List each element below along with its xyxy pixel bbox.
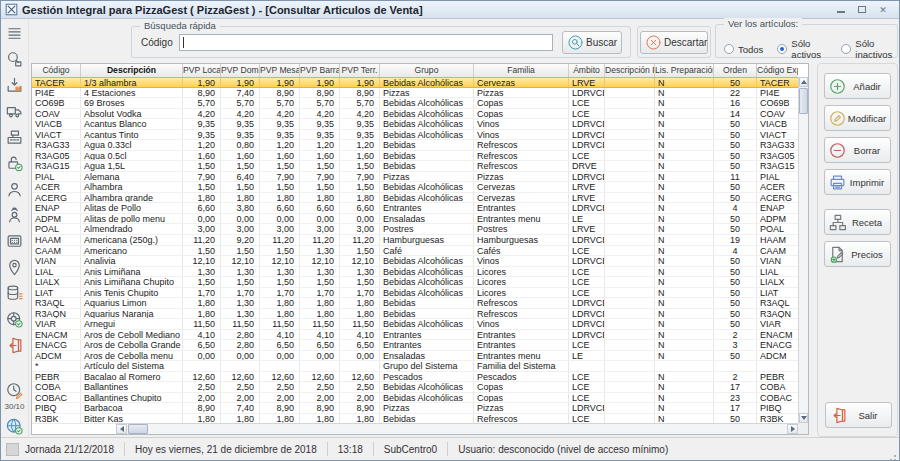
column-header[interactable]: Descripción PDA — [605, 64, 655, 77]
column-header[interactable]: PVP Dom. — [221, 64, 260, 77]
scroll-down-icon[interactable] — [799, 413, 808, 423]
table-row[interactable]: VIACTAcantus Tinto9,359,359,359,359,35Be… — [32, 130, 798, 141]
table-row[interactable]: POALAlmendrado3,003,003,003,003,00Postre… — [32, 224, 798, 235]
table-row[interactable]: R3AG33Agua 0.33cl1,200,801,201,201,20Beb… — [32, 140, 798, 151]
table-row[interactable]: R3AG05Agua 0.5cl1,601,601,601,601,60Bebi… — [32, 151, 798, 162]
column-header[interactable]: Descripción — [81, 64, 183, 77]
column-header[interactable]: Código — [32, 64, 81, 77]
security-lock-icon[interactable] — [4, 153, 25, 174]
radio-icon[interactable] — [724, 44, 734, 54]
table-cell: LRVE — [569, 182, 605, 192]
table-row[interactable]: R3AQLAquarius Limon1,801,301,801,801,80B… — [32, 298, 798, 309]
prices-button[interactable]: Precios — [824, 241, 891, 267]
cash-register-icon[interactable] — [4, 127, 25, 148]
online-globe-icon[interactable] — [4, 416, 25, 437]
delivery-truck-icon[interactable] — [4, 101, 25, 122]
column-header[interactable]: PVP Local — [183, 64, 221, 77]
table-row[interactable]: CO69B69 Broses5,705,705,705,705,70Bebida… — [32, 98, 798, 109]
table-row[interactable]: CAAMAmericano1,501,501,501,301,50CaféCaf… — [32, 246, 798, 257]
table-cell: 0,00 — [183, 351, 221, 361]
database-icon[interactable] — [4, 283, 25, 304]
table-row[interactable]: COBACBallantines Chupito2,002,002,002,00… — [32, 393, 798, 404]
table-row[interactable]: ENAPAlitas de Pollo6,603,806,606,606,60E… — [32, 203, 798, 214]
table-row[interactable]: PIBQBarbacoa8,907,408,908,908,90PizzasPi… — [32, 403, 798, 414]
table-cell: 11,20 — [340, 235, 380, 245]
table-cell — [605, 246, 655, 256]
radio-icon[interactable] — [841, 44, 851, 54]
column-header[interactable]: Grupo — [380, 64, 474, 77]
minimize-icon[interactable] — [835, 4, 847, 15]
network-status-icon[interactable] — [4, 309, 25, 330]
import-goods-icon[interactable] — [4, 75, 25, 96]
table-row[interactable]: R3BKBitter Kas1,801,801,801,801,80Bebida… — [32, 414, 798, 423]
table-row[interactable]: ENACGAros de Cebolla Grande6,502,806,506… — [32, 340, 798, 351]
fingerprint-access-icon[interactable] — [4, 205, 25, 226]
recipe-button[interactable]: Receta — [824, 209, 891, 235]
table-row[interactable]: VIANAnalivia12,1012,1012,1012,1012,10Beb… — [32, 256, 798, 267]
table-cell: Pizzas — [380, 172, 474, 182]
table-row[interactable]: R3AG15Agua 1,5L1,501,501,501,501,50Bebid… — [32, 161, 798, 172]
table-row[interactable]: ENACMAros de Ceboll Mediano4,102,804,104… — [32, 330, 798, 341]
menu-icon[interactable] — [4, 23, 25, 44]
table-row-selected[interactable]: TACER1/3 alhambra1,901,901,901,901,90Beb… — [32, 77, 798, 88]
table-row[interactable]: PEBRBacalao al Romero12,6012,6012,6012,6… — [32, 372, 798, 383]
delete-button[interactable]: Borrar — [824, 137, 891, 163]
pos-terminal-icon[interactable] — [4, 231, 25, 252]
table-row[interactable]: VIACBAcantus Blanco9,359,359,359,359,35B… — [32, 119, 798, 130]
table-row[interactable]: PIALAlemana7,906,407,907,907,90PizzasPiz… — [32, 172, 798, 183]
table-row[interactable]: COBABallantines2,502,502,502,502,50Bebid… — [32, 382, 798, 393]
column-header[interactable]: Familia — [474, 64, 569, 77]
descartar-button[interactable]: Descartar — [640, 31, 708, 54]
add-button[interactable]: Añadir — [824, 73, 891, 99]
print-button[interactable]: Imprimir — [824, 169, 891, 195]
scroll-right-icon[interactable] — [787, 424, 798, 434]
code-input[interactable] — [179, 34, 553, 51]
column-header[interactable]: Orden — [714, 64, 757, 77]
column-header[interactable]: PVP Barra — [300, 64, 340, 77]
maximize-icon[interactable] — [856, 4, 868, 15]
table-row[interactable]: *Artículo del SistemaGrupo del SistemaFa… — [32, 361, 798, 372]
table-cell: 8,90 — [183, 88, 221, 98]
work-clock-icon[interactable]: 30/10 — [4, 380, 25, 411]
radio-option-1[interactable]: Sólo activos — [777, 38, 827, 60]
scroll-left-icon[interactable] — [116, 424, 127, 434]
search-article-icon[interactable] — [4, 49, 25, 70]
table-row[interactable]: ACERAlhambra1,501,501,501,501,50Bebidas … — [32, 182, 798, 193]
horizontal-scroll-thumb[interactable] — [128, 424, 148, 434]
table-cell: LDRVCE — [569, 330, 605, 340]
horizontal-scrollbar[interactable] — [116, 423, 798, 434]
radio-selected-icon[interactable] — [777, 44, 787, 54]
store-location-icon[interactable] — [4, 257, 25, 278]
column-header[interactable]: Ámbito — [569, 64, 605, 77]
table-row[interactable]: R3AQNAquarius Naranja1,801,301,801,801,8… — [32, 309, 798, 320]
table-row[interactable]: ADCMAros de Cebolla menu0,000,000,000,00… — [32, 351, 798, 362]
session-exit-icon[interactable] — [4, 335, 25, 356]
column-header[interactable]: PVP Mesa — [260, 64, 300, 77]
customer-icon[interactable] — [4, 179, 25, 200]
radio-option-0[interactable]: Todos — [724, 44, 763, 55]
edit-button[interactable]: Modificar — [824, 105, 891, 131]
vertical-scrollbar[interactable] — [798, 77, 808, 423]
table-row[interactable]: LIALXAnis Limiñana Chupito1,501,501,501,… — [32, 277, 798, 288]
table-cell: Vinos — [474, 256, 569, 266]
radio-option-2[interactable]: Sólo inactivos — [841, 38, 897, 60]
table-row[interactable]: ADPMAlitas de pollo menu0,000,000,000,00… — [32, 214, 798, 225]
column-header[interactable]: Lis. Preparación — [655, 64, 714, 77]
column-header[interactable]: Código Exportación — [757, 64, 798, 77]
table-row[interactable]: ACERGAlhambra grande1,801,801,801,801,80… — [32, 193, 798, 204]
buscar-button[interactable]: Buscar — [562, 31, 622, 54]
table-row[interactable]: LIATAnis Tenis Chupito1,701,701,701,701,… — [32, 288, 798, 299]
column-header[interactable]: PVP Terr. — [340, 64, 380, 77]
table-row[interactable]: LIALAnis Limiñana1,301,301,301,301,30Beb… — [32, 267, 798, 278]
scroll-up-icon[interactable] — [799, 77, 808, 87]
table-cell: 4,10 — [340, 330, 380, 340]
table-row[interactable]: HAAMAmericana (250g.)11,209,2011,2011,20… — [32, 235, 798, 246]
table-row[interactable]: COAVAbsolut Vodka4,204,204,204,204,20Beb… — [32, 109, 798, 120]
salir-button[interactable]: Salir — [825, 402, 892, 428]
vertical-scroll-thumb[interactable] — [799, 88, 808, 114]
resize-grip[interactable] — [894, 455, 896, 457]
close-icon[interactable]: ✕ — [877, 4, 889, 15]
table-cell: 1,50 — [221, 277, 260, 287]
table-row[interactable]: VIARArnegui11,5011,5011,5011,5011,50Bebi… — [32, 319, 798, 330]
table-row[interactable]: PI4E4 Estaciones8,907,408,908,908,90Pizz… — [32, 88, 798, 99]
